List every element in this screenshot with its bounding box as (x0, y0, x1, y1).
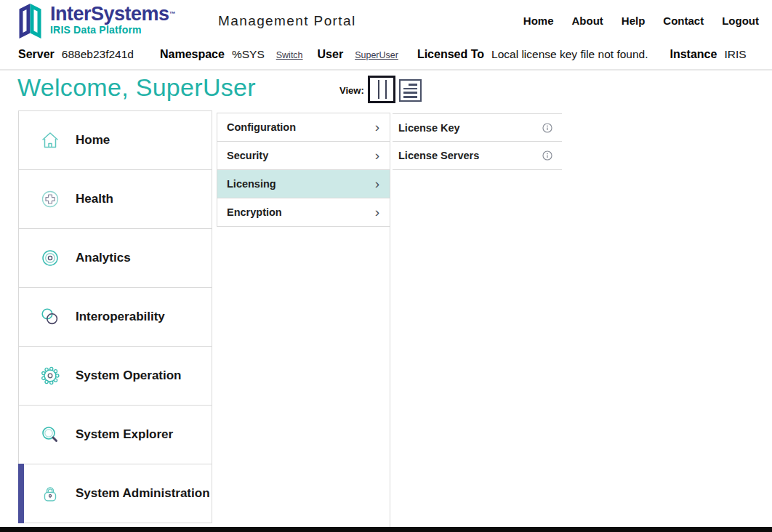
server-label: Server (18, 48, 55, 61)
nav-about-link[interactable]: About (572, 15, 603, 27)
sidebar-item-label: System Administration (76, 486, 210, 501)
sidebar-item-label: Home (76, 133, 110, 148)
sidebar: Home Health Analytics Interoperability (18, 110, 212, 523)
management-portal-page: InterSystems™ IRIS Data Platform Managem… (0, 0, 772, 532)
sidebar-item-label: System Operation (76, 368, 182, 383)
home-icon (39, 129, 61, 151)
submenu-item-license-key[interactable]: License Key (393, 113, 562, 142)
system-operation-gear-icon (39, 365, 61, 387)
namespace-value: %SYS (232, 48, 265, 61)
system-explorer-search-icon (39, 424, 61, 446)
list-view-icon[interactable] (399, 79, 422, 102)
chevron-right-icon: › (375, 177, 379, 190)
columns-view-icon[interactable] (368, 76, 395, 103)
health-cross-icon (39, 188, 61, 210)
sidebar-item-health[interactable]: Health (18, 169, 212, 229)
sidebar-item-label: Health (76, 192, 113, 206)
interoperability-rings-icon (39, 306, 61, 328)
user-label: User (318, 48, 344, 61)
namespace-label: Namespace (160, 48, 225, 61)
page-title: Management Portal (218, 13, 356, 29)
admin-submenu: Configuration › Security › Licensing › E… (217, 113, 390, 227)
intersystems-logo[interactable]: InterSystems™ IRIS Data Platform (16, 4, 176, 39)
nav-home-link[interactable]: Home (523, 15, 554, 27)
sidebar-item-interoperability[interactable]: Interoperability (18, 287, 212, 347)
bottom-bar (0, 527, 772, 532)
server-info-bar: Server 688eb23f241d Namespace %SYS Switc… (18, 48, 747, 61)
licensed-to-label: Licensed To (417, 48, 484, 61)
instance-label: Instance (670, 48, 717, 61)
server-value: 688eb23f241d (62, 48, 134, 61)
switch-namespace-link[interactable]: Switch (276, 50, 303, 60)
submenu-item-label: License Key (398, 122, 460, 134)
view-label: View: (339, 85, 364, 96)
menu-item-label: Encryption (227, 206, 282, 218)
logo-text: InterSystems™ IRIS Data Platform (50, 4, 176, 36)
chevron-right-icon: › (375, 148, 379, 162)
info-icon[interactable] (542, 122, 553, 134)
menu-item-label: Security (227, 150, 268, 161)
instance-value: IRIS (724, 48, 746, 61)
user-profile-link[interactable]: SuperUser (355, 50, 398, 60)
sidebar-item-system-administration[interactable]: System Administration (18, 464, 212, 523)
submenu-item-license-servers[interactable]: License Servers (393, 142, 562, 170)
chevron-right-icon: › (375, 120, 379, 134)
licensing-submenu: License Key License Servers (393, 113, 562, 170)
system-administration-lock-icon (39, 483, 61, 504)
brand-tagline: IRIS Data Platform (50, 24, 176, 36)
nav-contact-link[interactable]: Contact (663, 15, 704, 27)
sidebar-item-analytics[interactable]: Analytics (18, 228, 212, 288)
submenu-item-label: License Servers (398, 150, 479, 161)
sidebar-item-home[interactable]: Home (18, 110, 212, 170)
nav-help-link[interactable]: Help (622, 15, 646, 27)
menu-item-label: Licensing (227, 178, 276, 190)
menu-item-licensing[interactable]: Licensing › (217, 169, 390, 198)
brand-trademark: ™ (169, 10, 176, 17)
licensed-to-value: Local license key file not found. (491, 48, 648, 61)
intersystems-logo-mark (16, 4, 45, 39)
sidebar-item-system-operation[interactable]: System Operation (18, 346, 212, 406)
top-nav: Home About Help Contact Logout (523, 15, 759, 27)
menu-item-encryption[interactable]: Encryption › (217, 198, 390, 227)
menu-item-security[interactable]: Security › (217, 141, 390, 170)
welcome-heading: Welcome, SuperUser (17, 73, 256, 102)
nav-logout-link[interactable]: Logout (722, 15, 759, 27)
chevron-right-icon: › (375, 205, 379, 219)
header-divider (0, 69, 772, 70)
menu-item-label: Configuration (227, 121, 296, 133)
sidebar-item-label: Analytics (76, 251, 131, 265)
sidebar-item-label: Interoperability (76, 310, 165, 324)
sidebar-item-system-explorer[interactable]: System Explorer (18, 405, 212, 464)
brand-name: InterSystems (50, 3, 169, 25)
column-divider (390, 113, 390, 528)
menu-item-configuration[interactable]: Configuration › (217, 113, 390, 142)
info-icon[interactable] (542, 150, 553, 161)
sidebar-item-label: System Explorer (76, 427, 173, 442)
analytics-icon (39, 247, 61, 269)
